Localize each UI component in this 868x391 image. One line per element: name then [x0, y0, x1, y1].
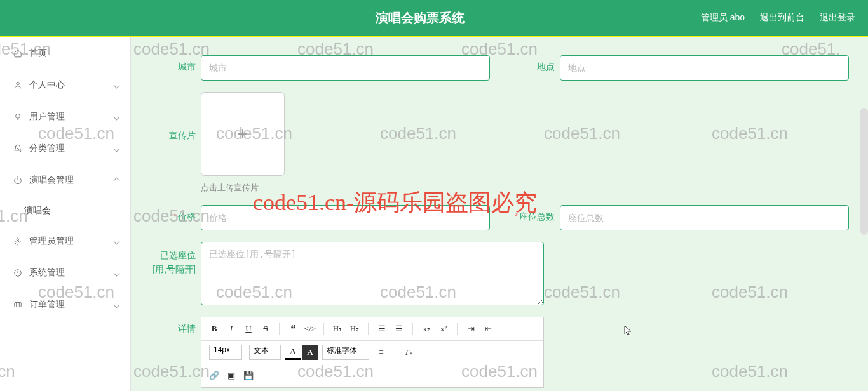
- font-color-button[interactable]: A: [285, 345, 301, 360]
- sidebar-item-concert-mgmt[interactable]: 演唱会管理: [0, 164, 130, 196]
- location-label: 地点: [509, 55, 555, 73]
- image-button[interactable]: ▣: [224, 368, 239, 383]
- h1-button[interactable]: H₁: [330, 321, 345, 336]
- sidebar: 首页 个人中心 用户管理 分类管理 演唱会管理 演唱会 管理员管理 系统管理: [0, 37, 131, 391]
- svg-point-1: [16, 114, 20, 118]
- upload-hint: 点击上传宣传片: [201, 182, 285, 194]
- sidebar-item-admin-mgmt[interactable]: 管理员管理: [0, 225, 130, 257]
- quote-button[interactable]: ❝: [285, 321, 301, 336]
- clock-icon: [13, 268, 23, 278]
- seats-input[interactable]: [560, 205, 849, 230]
- sidebar-label: 用户管理: [29, 111, 65, 123]
- promo-label: 宣传片: [150, 92, 196, 142]
- outdent-button[interactable]: ⇤: [480, 321, 496, 336]
- svg-point-0: [17, 82, 20, 85]
- user-icon: [13, 80, 23, 90]
- sidebar-item-home[interactable]: 首页: [0, 37, 130, 69]
- rich-text-editor: B I U S ❝ </> H₁ H₂ ☰ ☰ x₂: [201, 317, 544, 388]
- bulb-icon: [13, 112, 23, 122]
- italic-button[interactable]: I: [224, 321, 239, 336]
- city-input[interactable]: [201, 55, 490, 81]
- editor-toolbar: B I U S ❝ </> H₁ H₂ ☰ ☰ x₂: [201, 317, 543, 341]
- font-size-select[interactable]: 14px: [209, 345, 242, 360]
- link-button[interactable]: 🔗: [207, 368, 222, 383]
- align-button[interactable]: ≡: [374, 345, 389, 360]
- sidebar-label: 演唱会管理: [29, 175, 74, 186]
- top-nav: 演唱会购票系统 管理员 abo 退出到前台 退出登录: [0, 0, 868, 36]
- list-ul-button[interactable]: ☰: [391, 321, 407, 336]
- list-ol-button[interactable]: ☰: [374, 321, 390, 336]
- superscript-button[interactable]: x²: [436, 321, 451, 336]
- admin-label[interactable]: 管理员 abo: [701, 12, 745, 23]
- sidebar-label: 订单管理: [29, 299, 65, 310]
- city-label: 城市: [150, 55, 196, 73]
- separator: [395, 347, 395, 358]
- font-family-select[interactable]: 标准字体: [322, 345, 369, 360]
- sidebar-item-personal[interactable]: 个人中心: [0, 69, 130, 101]
- save-button[interactable]: 💾: [241, 368, 256, 383]
- price-input[interactable]: [201, 205, 490, 230]
- sidebar-item-order-mgmt[interactable]: 订单管理: [0, 289, 130, 321]
- scrollbar[interactable]: [860, 108, 868, 235]
- seats-label: *座位总数: [509, 205, 555, 223]
- separator: [323, 323, 324, 335]
- text-type-select[interactable]: 文本: [249, 345, 281, 360]
- sidebar-subitem-concert[interactable]: 演唱会: [0, 196, 130, 225]
- underline-button[interactable]: U: [241, 321, 256, 336]
- sidebar-item-system-mgmt[interactable]: 系统管理: [0, 257, 130, 289]
- cursor-icon: [624, 325, 633, 338]
- strike-button[interactable]: S: [258, 321, 273, 336]
- sidebar-label: 首页: [29, 48, 47, 59]
- sidebar-label: 系统管理: [29, 267, 65, 279]
- svg-rect-4: [15, 303, 22, 307]
- sidebar-item-user-mgmt[interactable]: 用户管理: [0, 101, 130, 133]
- clear-format-button[interactable]: Tₓ: [401, 345, 416, 360]
- sidebar-item-category-mgmt[interactable]: 分类管理: [0, 133, 130, 164]
- separator: [279, 323, 280, 335]
- bell-off-icon: [13, 143, 23, 154]
- sidebar-label: 个人中心: [29, 79, 65, 91]
- svg-point-2: [17, 240, 19, 242]
- gear-icon: [13, 236, 23, 246]
- subscript-button[interactable]: x₂: [419, 321, 434, 336]
- separator: [412, 323, 413, 335]
- indent-button[interactable]: ⇥: [463, 321, 478, 336]
- separator: [368, 323, 369, 335]
- bg-color-button[interactable]: A: [302, 345, 318, 360]
- location-input[interactable]: [560, 55, 849, 81]
- editor-toolbar-3: 🔗 ▣ 💾: [201, 364, 543, 387]
- home-icon: [13, 48, 23, 58]
- price-label: *价格: [150, 205, 196, 223]
- h2-button[interactable]: H₂: [347, 321, 362, 336]
- upload-box[interactable]: +: [201, 92, 285, 176]
- power-icon: [13, 175, 23, 185]
- exit-to-front-link[interactable]: 退出到前台: [760, 12, 804, 23]
- form-content: 城市 地点 宣传片 + 点击上传宣传片 *价格: [131, 37, 868, 391]
- code-button[interactable]: </>: [302, 321, 318, 336]
- logout-link[interactable]: 退出登录: [820, 12, 855, 23]
- editor-toolbar-2: 14px 文本 A A 标准字体 ≡ Tₓ: [201, 341, 543, 364]
- app-title: 演唱会购票系统: [140, 10, 701, 27]
- sidebar-label: 分类管理: [29, 143, 65, 154]
- sidebar-label: 管理员管理: [29, 235, 74, 247]
- plus-icon: +: [238, 124, 248, 144]
- detail-label: 详情: [150, 317, 196, 335]
- separator: [457, 323, 458, 335]
- selected-seats-textarea[interactable]: [201, 242, 544, 305]
- selected-seats-label: 已选座位[用,号隔开]: [150, 242, 196, 277]
- ticket-icon: [13, 300, 23, 310]
- bold-button[interactable]: B: [207, 321, 222, 336]
